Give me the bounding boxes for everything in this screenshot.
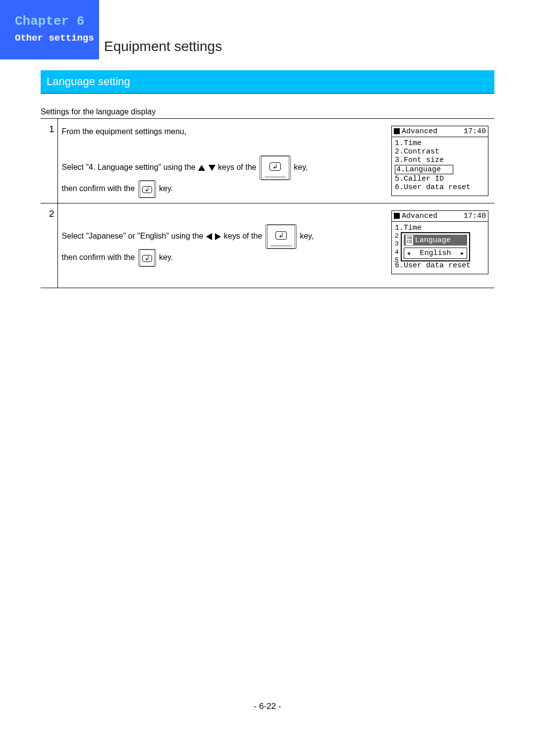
menu-item: 5.Caller ID <box>395 175 485 183</box>
chapter-num: 6 <box>77 14 85 29</box>
intro-text: Settings for the language display <box>41 107 494 119</box>
square-icon <box>394 213 400 219</box>
step-num-2: 2 <box>41 203 57 288</box>
hidden-digits: 2345 <box>395 232 399 264</box>
chapter-label: Chapter <box>15 14 69 29</box>
header: Chapter 6 Other settings Equipment setti… <box>0 0 535 59</box>
screen-2-header: Advanced 17:40 <box>392 211 488 222</box>
screen1-title: Advanced <box>402 127 437 136</box>
s2-t1b: keys of the <box>224 232 265 240</box>
enter-key-icon: ↲ <box>138 249 156 267</box>
s1-t2a: Select "4. Language setting" using the <box>62 163 198 171</box>
menu-item: 6.User data reset <box>395 261 485 270</box>
s1-t2c: key, <box>294 163 308 171</box>
right-arrow-icon <box>215 233 221 240</box>
screen-1: Advanced 17:40 1.Time 2.Contrast 3.Font … <box>391 126 488 196</box>
right-caret-icon: ▸ <box>460 249 465 258</box>
menu-item: 1.Time <box>395 139 485 148</box>
content: Settings for the language display 1 From… <box>41 107 494 288</box>
screen-2: Advanced 17:40 1.Time 2345 ABCD Language <box>391 210 488 274</box>
step-instr-1: From the equipment settings menu, Select… <box>57 119 385 203</box>
s2-t2b: key. <box>159 253 173 261</box>
menu-item: 2.Contrast <box>395 148 485 156</box>
language-popup-wrap: 2345 ABCD Language ◂ English ▸ <box>392 232 485 261</box>
page-title: Equipment settings <box>104 39 222 54</box>
chapter-line: Chapter 6 <box>15 14 99 29</box>
down-arrow-icon <box>209 165 215 171</box>
s2-t2a: then confirm with the <box>62 253 137 261</box>
ab-icon: ABCD <box>406 235 413 245</box>
menu-item-highlight: 4.Language <box>395 164 485 175</box>
s1-t1: From the equipment settings menu, <box>62 127 187 136</box>
dpad-key-icon: ↲ <box>260 155 291 180</box>
screen-1-header: Advanced 17:40 <box>392 126 488 137</box>
s1-t3a: then confirm with the <box>62 184 137 193</box>
screen2-title: Advanced <box>402 212 437 220</box>
left-caret-icon: ◂ <box>406 249 411 258</box>
step2-screen-col: Advanced 17:40 1.Time 2345 ABCD Language <box>385 203 494 288</box>
page-number: - 6-22 - <box>0 702 535 711</box>
step-row-2: 2 Select "Japanese" or "English" using t… <box>41 203 494 288</box>
square-icon <box>394 128 400 134</box>
enter-key-icon: ↲ <box>138 180 156 198</box>
chapter-tab: Chapter 6 Other settings <box>0 0 99 59</box>
up-arrow-icon <box>198 165 205 171</box>
screen1-time: 17:40 <box>464 127 486 136</box>
screen2-time: 17:40 <box>464 212 486 220</box>
step-instr-2: Select "Japanese" or "English" using the… <box>57 203 385 288</box>
s1-t3b: key. <box>159 184 173 193</box>
s1-t2b: keys of the <box>218 163 259 171</box>
screen1-body: 1.Time 2.Contrast 3.Font size 4.Language… <box>392 137 488 196</box>
language-selector: ◂ English ▸ <box>404 248 467 259</box>
s2-t1c: key, <box>300 232 314 240</box>
language-popup-header: ABCD Language <box>404 235 467 246</box>
popup-title: Language <box>415 236 451 245</box>
step-row-1: 1 From the equipment settings menu, Sele… <box>41 119 494 203</box>
screen2-body: 1.Time 2345 ABCD Language ◂ English <box>392 222 488 274</box>
steps-table: 1 From the equipment settings menu, Sele… <box>41 119 494 288</box>
popup-value: English <box>420 249 451 257</box>
step-num-1: 1 <box>41 119 57 203</box>
dpad-key-icon: ↲ <box>266 224 297 249</box>
menu-item: 3.Font size <box>395 156 485 164</box>
menu-item: 6.User data reset <box>395 183 485 192</box>
step1-screen-col: Advanced 17:40 1.Time 2.Contrast 3.Font … <box>385 119 494 203</box>
section-heading: Language setting <box>41 70 494 94</box>
s2-t1a: Select "Japanese" or "English" using the <box>62 232 206 240</box>
left-arrow-icon <box>206 233 212 240</box>
menu-item: 1.Time <box>395 224 485 232</box>
chapter-subtitle: Other settings <box>15 33 99 44</box>
language-popup: ABCD Language ◂ English ▸ <box>401 232 470 261</box>
